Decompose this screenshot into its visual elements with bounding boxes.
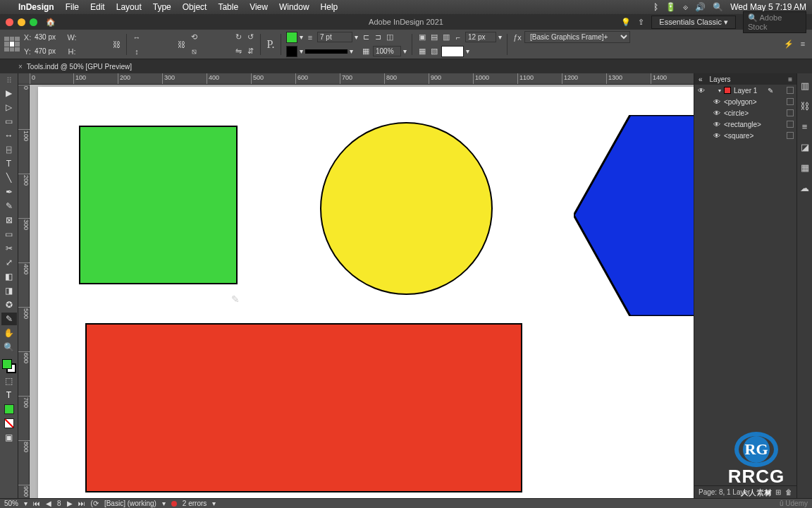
eyedropper-tool[interactable]: ✎	[1, 313, 17, 325]
panel-menu-icon[interactable]: ≡	[798, 40, 808, 49]
rectangle-tool[interactable]: ▭	[1, 228, 17, 241]
object-row-square[interactable]: 👁 <square>	[694, 130, 796, 141]
menu-type[interactable]: Type	[147, 2, 177, 12]
rotate-field[interactable]	[201, 33, 230, 41]
corner-chevron[interactable]: ▾	[498, 33, 502, 41]
join-icon[interactable]: ⊐	[373, 32, 383, 42]
workspace-switcher[interactable]: Essentials Classic ▾	[651, 16, 736, 29]
vertical-ruler[interactable]: 0100200300400500600700800900	[18, 85, 30, 498]
home-button[interactable]: 🏠	[46, 18, 56, 27]
object-row-circle[interactable]: 👁 <circle>	[694, 107, 796, 119]
gradient-feather-tool[interactable]: ◨	[1, 284, 17, 297]
stroke-style-chevron[interactable]: ▾	[350, 47, 353, 55]
stroke-chevron-icon[interactable]: ▾	[300, 47, 303, 55]
next-page-icon[interactable]: ▶	[67, 500, 73, 507]
object-row-rectangle[interactable]: 👁 <rectangle>	[694, 119, 796, 130]
rectangle-frame-tool[interactable]: ⊠	[1, 214, 17, 226]
link-scale-icon[interactable]: ⛓	[176, 40, 186, 49]
square-shape[interactable]	[79, 126, 238, 284]
scale-y-field[interactable]	[144, 47, 173, 55]
new-sublayer-icon[interactable]: ⊞	[775, 488, 781, 496]
zoom-tool[interactable]: 🔍	[1, 341, 17, 353]
opacity-field[interactable]	[373, 46, 401, 56]
rotate-ccw-icon[interactable]: ↺	[245, 32, 255, 42]
reference-point-widget[interactable]	[4, 37, 20, 52]
apply-none-icon[interactable]	[1, 417, 17, 430]
disclosure-icon[interactable]: ▾	[718, 87, 721, 94]
fill-chevron-icon[interactable]: ▾	[300, 33, 303, 41]
view-mode-icon[interactable]: ▣	[1, 431, 17, 444]
links-panel-icon[interactable]: ⛓	[800, 101, 809, 111]
window-minimize-icon[interactable]	[18, 18, 25, 26]
object-name[interactable]: <circle>	[724, 109, 749, 117]
object-target-icon[interactable]	[787, 121, 794, 128]
y-field[interactable]	[35, 47, 64, 55]
stroke-weight-field[interactable]	[317, 32, 352, 42]
note-tool[interactable]: ✪	[1, 298, 17, 311]
menu-table[interactable]: Table	[212, 2, 244, 12]
toolbox-grip-icon[interactable]: ⠿	[6, 76, 12, 85]
opacity-chevron[interactable]: ▾	[403, 47, 407, 55]
textwrap-col-icon[interactable]: ▧	[429, 47, 439, 56]
pages-panel-icon[interactable]: ▥	[801, 80, 809, 91]
window-traffic-lights[interactable]	[6, 18, 37, 26]
share-icon[interactable]: ⇪	[638, 18, 644, 27]
h-field[interactable]	[79, 47, 109, 55]
layers-tab[interactable]: Layers	[706, 75, 735, 84]
first-page-icon[interactable]: ⏮	[33, 500, 40, 507]
delete-layer-icon[interactable]: 🗑	[785, 488, 792, 496]
object-target-icon[interactable]	[787, 132, 794, 139]
menu-object[interactable]: Object	[177, 2, 213, 12]
textwrap-bbox-icon[interactable]: ▤	[429, 32, 439, 42]
pencil-tool[interactable]: ✎	[1, 200, 17, 212]
corner-shape-swatch[interactable]	[441, 46, 464, 57]
fill-color-icon[interactable]	[2, 359, 12, 369]
visibility-icon[interactable]: 👁	[713, 98, 721, 106]
object-target-icon[interactable]	[787, 98, 794, 105]
default-fill-stroke-icon[interactable]: ⬚	[1, 375, 17, 387]
p-icon[interactable]: P.	[266, 38, 276, 51]
rotate-cw-icon[interactable]: ↻	[233, 32, 243, 42]
circle-shape[interactable]	[320, 122, 493, 295]
visibility-icon[interactable]: 👁	[713, 121, 721, 128]
scissors-tool[interactable]: ✂	[1, 242, 17, 255]
menu-file[interactable]: File	[60, 2, 85, 12]
type-tool[interactable]: T	[1, 157, 17, 170]
page-tool[interactable]: ▭	[1, 115, 17, 128]
new-layer-icon[interactable]: ▣	[765, 488, 771, 496]
cc-libraries-icon[interactable]: ☁	[800, 183, 809, 193]
cap-icon[interactable]: ⊏	[361, 32, 371, 42]
corner-field[interactable]	[465, 32, 496, 42]
menu-edit[interactable]: Edit	[85, 2, 111, 12]
w-field[interactable]	[79, 33, 109, 41]
link-wh-icon[interactable]: ⛓	[111, 40, 121, 49]
object-name[interactable]: <rectangle>	[724, 121, 761, 128]
stroke-panel-icon[interactable]: ≡	[802, 121, 808, 132]
stroke-swatch[interactable]	[286, 46, 297, 57]
rectangle-shape[interactable]	[85, 323, 522, 492]
textwrap-jump-icon[interactable]: ▦	[417, 47, 427, 56]
textwrap-none-icon[interactable]: ▣	[417, 32, 427, 42]
align-stroke-icon[interactable]: ◫	[385, 32, 395, 42]
tips-icon[interactable]: 💡	[621, 18, 631, 27]
menu-layout[interactable]: Layout	[111, 2, 147, 12]
direct-selection-tool[interactable]: ▷	[1, 101, 17, 114]
apply-color-icon[interactable]	[1, 403, 17, 416]
corner-shape-chevron[interactable]: ▾	[466, 47, 469, 55]
x-field[interactable]	[35, 33, 64, 41]
shear-field[interactable]	[201, 47, 230, 55]
polygon-shape[interactable]	[574, 115, 694, 316]
gradient-swatch-tool[interactable]: ◧	[1, 270, 17, 283]
fx-icon[interactable]: ƒx	[512, 33, 522, 42]
tab-close-icon[interactable]: ×	[18, 63, 23, 71]
visibility-icon[interactable]: 👁	[713, 109, 721, 117]
page-field[interactable]: 8	[57, 500, 61, 507]
object-name[interactable]: <square>	[724, 132, 753, 140]
page[interactable]: ✎	[38, 87, 694, 498]
preflight-error-icon[interactable]	[171, 501, 177, 507]
window-close-icon[interactable]	[6, 18, 13, 26]
object-row-polygon[interactable]: 👁 <polygon>	[694, 96, 796, 107]
visibility-icon[interactable]: 👁	[697, 87, 706, 95]
pasteboard[interactable]: ✎	[30, 85, 694, 498]
hand-tool[interactable]: ✋	[1, 327, 17, 339]
